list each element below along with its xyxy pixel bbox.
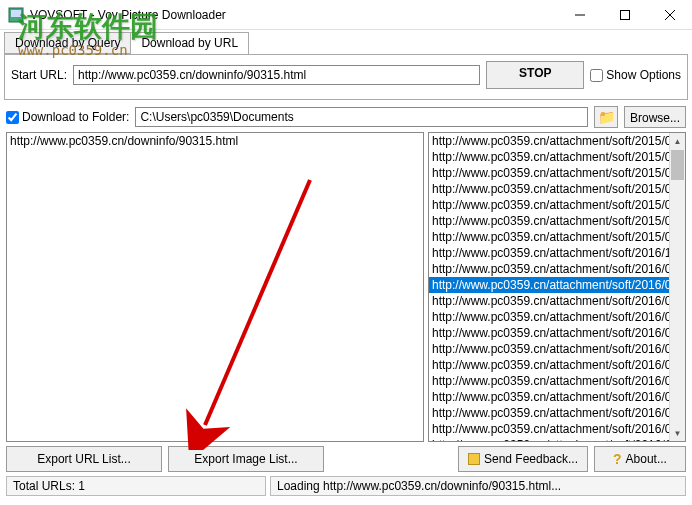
list-item[interactable]: http://www.pc0359.cn/attachment/soft/201…: [429, 277, 685, 293]
window-title: VOVSOFT - Vov Picture Downloader: [30, 8, 557, 22]
minimize-button[interactable]: [557, 0, 602, 29]
browse-button[interactable]: Browse...: [624, 106, 686, 128]
export-image-list-button[interactable]: Export Image List...: [168, 446, 324, 472]
list-item[interactable]: http://www.pc0359.cn/attachment/soft/201…: [429, 421, 685, 437]
list-item[interactable]: http://www.pc0359.cn/attachment/soft/201…: [429, 245, 685, 261]
list-item[interactable]: http://www.pc0359.cn/attachment/soft/201…: [429, 133, 685, 149]
svg-rect-1: [11, 10, 21, 17]
folder-row: Download to Folder: 📁 Browse...: [6, 106, 686, 128]
svg-rect-3: [620, 10, 629, 19]
tab-download-by-query[interactable]: Download by Query: [4, 32, 131, 54]
list-item[interactable]: http://www.pc0359.cn/attachment/soft/201…: [429, 293, 685, 309]
list-item[interactable]: http://www.pc0359.cn/attachment/soft/201…: [429, 229, 685, 245]
start-url-input[interactable]: [73, 65, 480, 85]
help-icon: ?: [613, 451, 622, 467]
list-item[interactable]: http://www.pc0359.cn/attachment/soft/201…: [429, 149, 685, 165]
list-item[interactable]: http://www.pc0359.cn/attachment/soft/201…: [429, 181, 685, 197]
list-item[interactable]: http://www.pc0359.cn/attachment/soft/201…: [429, 389, 685, 405]
show-options-input[interactable]: [590, 69, 603, 82]
stop-button[interactable]: STOP: [486, 61, 584, 89]
list-item[interactable]: http://www.pc0359.cn/attachment/soft/201…: [429, 325, 685, 341]
tabs: Download by Query Download by URL: [4, 32, 692, 54]
list-item[interactable]: http://www.pc0359.cn/attachment/soft/201…: [429, 373, 685, 389]
list-item[interactable]: http://www.pc0359.cn/attachment/soft/201…: [429, 309, 685, 325]
statusbar: Total URLs: 1 Loading http://www.pc0359.…: [6, 476, 686, 496]
list-item[interactable]: http://www.pc0359.cn/attachment/soft/201…: [429, 405, 685, 421]
scroll-down-arrow[interactable]: ▼: [670, 425, 685, 441]
feedback-icon: [468, 453, 480, 465]
image-list[interactable]: http://www.pc0359.cn/attachment/soft/201…: [428, 132, 686, 442]
app-icon: [8, 7, 24, 23]
list-item[interactable]: http://www.pc0359.cn/attachment/soft/201…: [429, 357, 685, 373]
status-loading: Loading http://www.pc0359.cn/downinfo/90…: [270, 476, 686, 496]
list-item[interactable]: http://www.pc0359.cn/attachment/soft/201…: [429, 197, 685, 213]
list-item[interactable]: http://www.pc0359.cn/downinfo/90315.html: [7, 133, 423, 149]
list-item[interactable]: http://www.pc0359.cn/attachment/soft/201…: [429, 437, 685, 442]
show-options-checkbox[interactable]: Show Options: [590, 68, 681, 82]
list-item[interactable]: http://www.pc0359.cn/attachment/soft/201…: [429, 341, 685, 357]
maximize-button[interactable]: [602, 0, 647, 29]
folder-path-input[interactable]: [135, 107, 588, 127]
list-item[interactable]: http://www.pc0359.cn/attachment/soft/201…: [429, 213, 685, 229]
start-url-label: Start URL:: [11, 68, 67, 82]
status-total-urls: Total URLs: 1: [6, 476, 266, 496]
scroll-thumb[interactable]: [671, 150, 684, 180]
download-to-folder-input[interactable]: [6, 111, 19, 124]
send-feedback-button[interactable]: Send Feedback...: [458, 446, 588, 472]
export-url-list-button[interactable]: Export URL List...: [6, 446, 162, 472]
scrollbar[interactable]: ▲ ▼: [669, 133, 685, 441]
tab-download-by-url[interactable]: Download by URL: [130, 32, 249, 54]
folder-icon: 📁: [598, 109, 615, 125]
list-item[interactable]: http://www.pc0359.cn/attachment/soft/201…: [429, 165, 685, 181]
url-panel: Start URL: STOP Show Options: [4, 54, 688, 100]
download-to-folder-checkbox[interactable]: Download to Folder:: [6, 110, 129, 124]
scroll-up-arrow[interactable]: ▲: [670, 133, 685, 149]
url-list[interactable]: http://www.pc0359.cn/downinfo/90315.html: [6, 132, 424, 442]
list-item[interactable]: http://www.pc0359.cn/attachment/soft/201…: [429, 261, 685, 277]
titlebar: VOVSOFT - Vov Picture Downloader: [0, 0, 692, 30]
folder-icon-button[interactable]: 📁: [594, 106, 618, 128]
close-button[interactable]: [647, 0, 692, 29]
about-button[interactable]: ? About...: [594, 446, 686, 472]
